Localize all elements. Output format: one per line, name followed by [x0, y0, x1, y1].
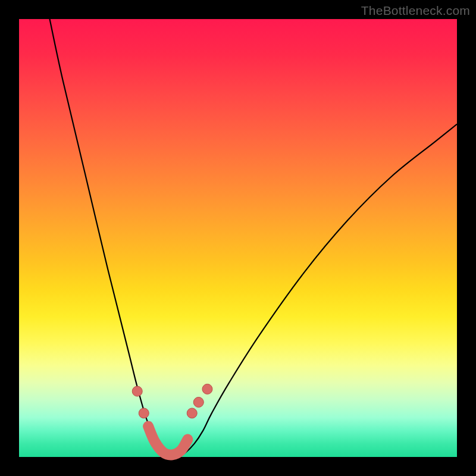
- chart-frame: TheBottleneck.com: [0, 0, 476, 476]
- watermark-text: TheBottleneck.com: [361, 4, 470, 18]
- chart-svg: [19, 19, 457, 457]
- markers-group: [132, 384, 212, 418]
- plot-area: [19, 19, 457, 457]
- dot-right-3: [202, 384, 212, 394]
- dot-left-2: [139, 408, 149, 418]
- dot-right-1: [187, 408, 197, 418]
- bottleneck-curve: [50, 19, 457, 458]
- dot-right-2: [193, 397, 203, 408]
- dot-left-1: [132, 386, 142, 396]
- worm-path: [148, 426, 187, 455]
